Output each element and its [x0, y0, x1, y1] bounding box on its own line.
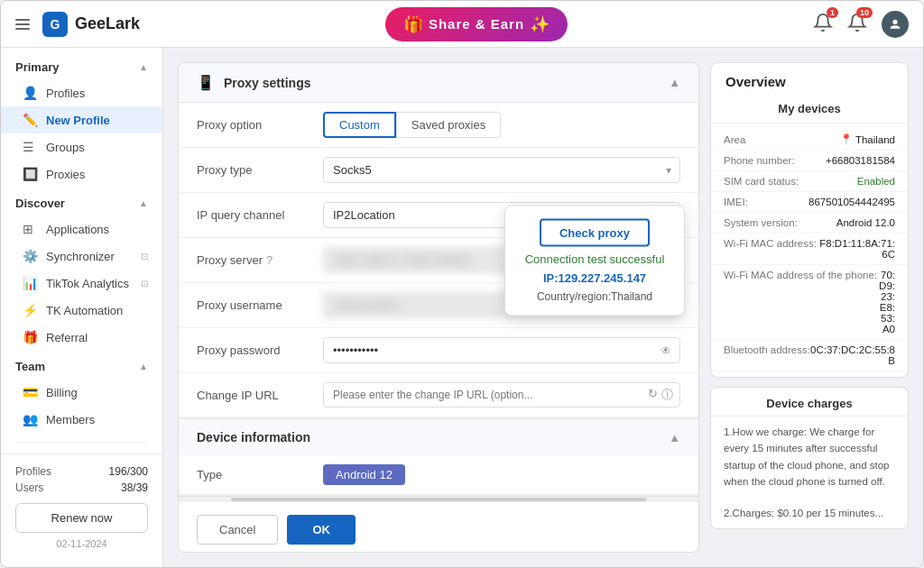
ok-button[interactable]: OK — [287, 515, 356, 545]
notification-bell-2[interactable]: 10 — [847, 13, 867, 35]
info-icon[interactable]: ⓘ — [661, 387, 673, 403]
user-avatar[interactable] — [882, 11, 909, 38]
sidebar-item-profiles[interactable]: 👤 Profiles — [1, 79, 162, 106]
wifi-mac-phone-row: Wi-Fi MAC address of the phone: 70:D9:23… — [711, 265, 908, 340]
sidebar-section-primary[interactable]: Primary ▲ — [1, 55, 162, 79]
device-type-row: Type Android 12 — [179, 455, 698, 495]
proxy-server-help-icon[interactable]: ? — [266, 253, 273, 267]
profiles-icon: 👤 — [23, 86, 37, 100]
phone-number-row: Phone number: +66803181584 — [711, 151, 908, 171]
sidebar-toggle-button[interactable] — [15, 15, 33, 33]
custom-option-button[interactable]: Custom — [323, 112, 396, 138]
device-type-badge: Android 12 — [323, 464, 405, 485]
proxy-option-label: Proxy option — [197, 118, 323, 132]
logo-text: GeeLark — [75, 14, 140, 33]
sidebar-item-synchronizer[interactable]: ⚙️ Synchronizer ⊡ — [1, 243, 162, 270]
bluetooth-label: Bluetooth address: — [724, 344, 810, 355]
sidebar-divider — [15, 442, 148, 443]
sync-toggle-icon: ⊡ — [141, 252, 148, 261]
notification-badge-2: 10 — [856, 7, 873, 18]
location-pin-icon: 📍 — [840, 133, 853, 145]
sidebar-item-billing[interactable]: 💳 Billing — [1, 379, 162, 406]
proxy-type-select[interactable]: Socks5 — [323, 157, 680, 183]
my-devices-label: My devices — [711, 95, 908, 124]
profiles-stat-label: Profiles — [15, 465, 51, 478]
sidebar-referral-label: Referral — [46, 331, 88, 344]
sidebar-item-automation[interactable]: ⚡ TK Automation — [1, 297, 162, 324]
sim-status-row: SIM card status: Enabled — [711, 171, 908, 192]
new-profile-icon: ✏️ — [23, 113, 37, 127]
action-bar: Cancel OK — [179, 501, 698, 553]
share-earn-button[interactable]: 🎁 Share & Earn ✨ — [385, 7, 568, 41]
proxy-type-label: Proxy type — [197, 163, 323, 177]
imei-value: 867501054442495 — [808, 197, 895, 207]
applications-icon: ⊞ — [23, 222, 37, 236]
scroll-thumb[interactable] — [231, 498, 647, 501]
notification-bell-1[interactable]: 1 — [813, 13, 833, 35]
change-ip-row: Change IP URL ↻ ⓘ — [179, 373, 698, 417]
bluetooth-row: Bluetooth address: 0C:37:DC:2C:55:8B — [711, 340, 908, 371]
device-charges-card: Device charges 1.How we charge: We charg… — [710, 387, 909, 529]
sim-status-label: SIM card status: — [724, 176, 799, 187]
sidebar-item-tiktok-analytics[interactable]: 📊 TikTok Analytics ⊡ — [1, 270, 162, 297]
sim-status-value: Enabled — [857, 176, 895, 187]
area-value: Thailand — [855, 134, 895, 145]
sidebar-item-applications[interactable]: ⊞ Applications — [1, 215, 162, 243]
change-ip-input[interactable] — [323, 382, 680, 408]
saved-proxies-option-button[interactable]: Saved proxies — [396, 112, 501, 138]
ip-query-label: IP query channel — [197, 208, 323, 222]
sidebar-date: 02-11-2024 — [15, 538, 148, 549]
proxies-icon: 🔲 — [23, 167, 37, 181]
password-eye-icon[interactable]: 👁 — [661, 344, 671, 357]
renew-button[interactable]: Renew now — [15, 503, 148, 533]
proxy-type-select-wrapper: Socks5 — [323, 157, 680, 183]
content-area: 📱 Proxy settings ▲ Proxy option Custom S… — [163, 48, 923, 567]
sidebar-section-team[interactable]: Team ▲ — [1, 354, 162, 379]
wifi-mac-value: F8:D1:11:8A:71:6C — [817, 238, 895, 260]
proxy-settings-title: Proxy settings — [224, 76, 310, 90]
sidebar-billing-label: Billing — [46, 386, 78, 399]
logo-icon: G — [42, 12, 68, 37]
tiktok-toggle-icon: ⊡ — [141, 279, 148, 289]
wifi-mac-phone-value: 70:D9:23:E8:53:A0 — [877, 270, 895, 334]
overview-panel: Overview My devices Area 📍 Thailand Phon… — [710, 62, 909, 553]
change-ip-label: Change IP URL — [197, 389, 323, 402]
sidebar-item-new-profile[interactable]: ✏️ New Profile — [1, 106, 162, 133]
proxy-password-row: Proxy password 👁 — [179, 328, 698, 373]
proxy-server-label: Proxy server ? — [197, 253, 323, 267]
proxy-option-row: Proxy option Custom Saved proxies — [179, 103, 698, 148]
discover-section-label: Discover — [15, 197, 65, 210]
sidebar-applications-label: Applications — [46, 223, 109, 236]
sidebar-profiles-label: Profiles — [46, 87, 85, 100]
proxy-server-row: Proxy server ? Check proxy Connection te… — [179, 238, 698, 283]
connection-success-text: Connection test successful — [525, 252, 665, 265]
gift-icon: 🎁 — [403, 14, 423, 34]
sidebar-item-members[interactable]: 👥 Members — [1, 406, 162, 433]
primary-section-label: Primary — [15, 60, 59, 74]
refresh-icon[interactable]: ↻ — [648, 387, 658, 403]
device-info-collapse-icon[interactable]: ▲ — [669, 431, 680, 444]
area-label: Area — [724, 134, 745, 145]
sidebar-section-discover[interactable]: Discover ▲ — [1, 191, 162, 215]
sidebar-new-profile-label: New Profile — [46, 114, 110, 127]
members-icon: 👥 — [23, 412, 37, 426]
cancel-button[interactable]: Cancel — [197, 515, 278, 545]
users-stat-value: 38/39 — [121, 481, 148, 494]
sidebar-item-proxies[interactable]: 🔲 Proxies — [1, 160, 162, 188]
logo: G GeeLark — [42, 12, 140, 37]
proxy-country-text: Country/region:Thailand — [537, 289, 652, 302]
sidebar-automation-label: TK Automation — [46, 304, 123, 317]
charges-footnote: 2.Charges: $0.10 per 15 minutes... — [711, 498, 908, 528]
proxy-password-input[interactable] — [323, 337, 680, 363]
change-ip-input-wrapper: ↻ ⓘ — [323, 382, 680, 408]
proxy-option-group: Custom Saved proxies — [323, 112, 680, 138]
charges-title: Device charges — [711, 388, 908, 417]
imei-row: IMEI: 867501054442495 — [711, 192, 908, 213]
sidebar-item-groups[interactable]: ☰ Groups — [1, 133, 162, 160]
notification-badge-1: 1 — [827, 7, 838, 18]
sidebar-item-referral[interactable]: 🎁 Referral — [1, 324, 162, 351]
proxy-settings-collapse-icon[interactable]: ▲ — [669, 76, 680, 89]
check-proxy-button[interactable]: Check proxy — [540, 218, 650, 246]
phone-number-label: Phone number: — [724, 155, 795, 166]
proxy-username-label: Proxy username — [197, 298, 323, 312]
